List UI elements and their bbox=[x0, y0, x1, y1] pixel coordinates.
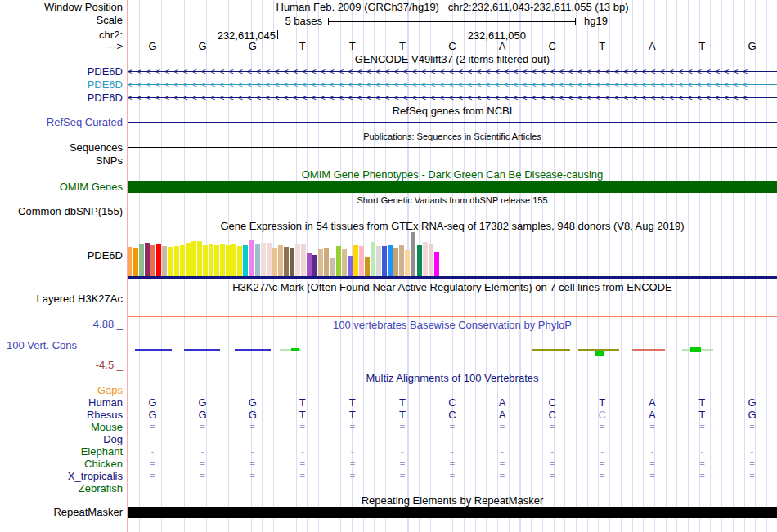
gtex-tissue-bar[interactable] bbox=[267, 243, 272, 276]
scale-bar-left-tick bbox=[328, 18, 329, 25]
phylop-score-mark[interactable] bbox=[184, 349, 220, 351]
layered-h3k27ac-label[interactable]: Layered H3K27Ac bbox=[0, 293, 123, 304]
refseq-gene-line[interactable] bbox=[128, 122, 777, 123]
gtex-tissue-bar[interactable] bbox=[284, 247, 289, 276]
gtex-tissue-bar[interactable] bbox=[371, 242, 375, 276]
window-position-label: Window Position bbox=[0, 2, 123, 12]
phylop-score-block[interactable] bbox=[690, 347, 701, 352]
gtex-tissue-bar[interactable] bbox=[174, 246, 179, 276]
multiz-cell: - bbox=[677, 446, 727, 457]
phylop-score-mark[interactable] bbox=[532, 349, 570, 351]
snps-label[interactable]: SNPs bbox=[0, 155, 123, 166]
repeatmasker-bar[interactable] bbox=[128, 507, 777, 518]
multiz-cell: = bbox=[327, 471, 377, 481]
multiz-cell: C bbox=[577, 409, 627, 420]
species-label[interactable]: Zebrafish bbox=[0, 483, 123, 494]
gtex-tissue-bar[interactable] bbox=[388, 245, 393, 276]
scale-value: 5 bases bbox=[237, 15, 322, 27]
multiz-cell: = bbox=[478, 471, 528, 481]
gtex-tissue-bar[interactable] bbox=[365, 257, 370, 276]
gtex-tissue-bar[interactable] bbox=[272, 248, 277, 276]
gtex-tissue-bar[interactable] bbox=[301, 244, 306, 276]
gtex-tissue-bar[interactable] bbox=[342, 249, 347, 276]
gene-transcript-row[interactable]: <<<<<<<<<<<<<<<<<<<<<<<<<<<<<<<<<<<<<<<<… bbox=[128, 92, 777, 103]
gtex-tissue-bar[interactable] bbox=[376, 246, 381, 276]
species-label[interactable]: Elephant bbox=[0, 446, 123, 457]
species-label[interactable]: Dog bbox=[0, 434, 123, 445]
gtex-tissue-bar[interactable] bbox=[434, 252, 439, 276]
gtex-tissue-bar[interactable] bbox=[295, 244, 300, 276]
gtex-tissue-bar[interactable] bbox=[220, 244, 225, 276]
gtex-tissue-bar[interactable] bbox=[168, 247, 173, 276]
gene-label[interactable]: PDE6D bbox=[0, 66, 123, 77]
gtex-tissue-bar[interactable] bbox=[156, 244, 161, 276]
gtex-tissue-bar[interactable] bbox=[237, 246, 242, 276]
gtex-tissue-bar[interactable] bbox=[417, 245, 422, 276]
gtex-tissue-bar[interactable] bbox=[278, 245, 283, 276]
phylop-score-block[interactable] bbox=[595, 351, 604, 356]
gtex-tissue-bar[interactable] bbox=[312, 255, 317, 276]
species-label[interactable]: X_tropicalis bbox=[0, 471, 123, 481]
gtex-tissue-bar[interactable] bbox=[318, 249, 323, 276]
gene-transcript-row[interactable]: <<<<<<<<<<<<<<<<<<<<<<<<<<<<<<<<<<<<<<<<… bbox=[128, 79, 777, 90]
species-label[interactable]: Rhesus bbox=[0, 409, 123, 420]
gtex-tissue-bar[interactable] bbox=[139, 244, 144, 276]
phylop-score-mark[interactable] bbox=[235, 349, 271, 351]
gtex-tissue-bar[interactable] bbox=[405, 250, 410, 276]
gtex-tissue-bar[interactable] bbox=[393, 248, 398, 276]
species-label[interactable]: Chicken bbox=[0, 458, 123, 469]
publications-sequence-line[interactable] bbox=[128, 147, 777, 148]
sequences-label[interactable]: Sequences bbox=[0, 142, 123, 153]
gtex-tissue-bar[interactable] bbox=[191, 241, 196, 276]
gtex-gene-label[interactable]: PDE6D bbox=[0, 250, 123, 261]
gtex-tissue-bar[interactable] bbox=[214, 245, 219, 276]
gtex-tissue-bar[interactable] bbox=[128, 247, 132, 276]
gtex-tissue-bar[interactable] bbox=[382, 246, 387, 276]
phylop-score-mark[interactable] bbox=[632, 349, 665, 351]
gtex-tissue-bar[interactable] bbox=[336, 246, 341, 276]
gtex-tissue-bar[interactable] bbox=[197, 241, 202, 276]
gtex-tissue-bar[interactable] bbox=[186, 243, 191, 276]
phylop-score-mark[interactable] bbox=[135, 349, 172, 351]
gtex-tissue-bar[interactable] bbox=[307, 253, 312, 276]
gtex-tissue-bar[interactable] bbox=[226, 245, 231, 276]
species-label[interactable]: Human bbox=[0, 397, 123, 408]
gtex-tissue-bar[interactable] bbox=[261, 243, 266, 276]
gene-label[interactable]: PDE6D bbox=[0, 79, 123, 90]
phylop-score-mark[interactable] bbox=[578, 349, 619, 351]
strand-arrow-label[interactable]: ---> bbox=[0, 41, 123, 51]
gtex-tissue-bar[interactable] bbox=[162, 246, 167, 276]
gtex-tissue-bar[interactable] bbox=[411, 232, 415, 276]
phylop-score-block[interactable] bbox=[291, 348, 299, 351]
species-label[interactable]: Mouse bbox=[0, 422, 123, 432]
gtex-tissue-bar[interactable] bbox=[429, 244, 433, 276]
gtex-tissue-bar[interactable] bbox=[209, 244, 213, 276]
omim-genes-label[interactable]: OMIM Genes bbox=[0, 181, 123, 192]
gtex-tissue-bar[interactable] bbox=[353, 245, 358, 276]
gtex-tissue-bar[interactable] bbox=[324, 248, 329, 276]
vert-cons-label[interactable]: 100 Vert. Cons bbox=[7, 339, 77, 351]
refseq-curated-label[interactable]: RefSeq Curated bbox=[0, 117, 123, 127]
gene-label[interactable]: PDE6D bbox=[0, 92, 123, 103]
gaps-label[interactable]: Gaps bbox=[0, 385, 123, 396]
gtex-tissue-bar[interactable] bbox=[203, 245, 208, 276]
gtex-tissue-bar[interactable] bbox=[290, 248, 294, 276]
gtex-tissue-bar[interactable] bbox=[330, 258, 335, 276]
gtex-tissue-bar[interactable] bbox=[150, 245, 155, 276]
gtex-tissue-bar[interactable] bbox=[133, 248, 138, 276]
repeatmasker-label[interactable]: RepeatMasker bbox=[0, 507, 123, 517]
gtex-tissue-bar[interactable] bbox=[145, 243, 150, 276]
sequence-base: T bbox=[377, 41, 427, 51]
common-dbsnp-label[interactable]: Common dbSNP(155) bbox=[0, 206, 123, 217]
gtex-tissue-bar[interactable] bbox=[249, 240, 254, 276]
gtex-tissue-bar[interactable] bbox=[348, 256, 353, 276]
gtex-tissue-bar[interactable] bbox=[231, 244, 236, 276]
gtex-tissue-bar[interactable] bbox=[399, 245, 404, 276]
gene-transcript-row[interactable]: <<<<<<<<<<<<<<<<<<<<<<<<<<<<<<<<<<<<<<<<… bbox=[128, 66, 777, 77]
gtex-tissue-bar[interactable] bbox=[180, 245, 185, 276]
omim-gene-bar[interactable] bbox=[128, 181, 777, 193]
gtex-tissue-bar[interactable] bbox=[243, 245, 248, 276]
gtex-tissue-bar[interactable] bbox=[359, 246, 364, 276]
gtex-tissue-bar[interactable] bbox=[423, 242, 428, 276]
gtex-tissue-bar[interactable] bbox=[255, 244, 260, 276]
